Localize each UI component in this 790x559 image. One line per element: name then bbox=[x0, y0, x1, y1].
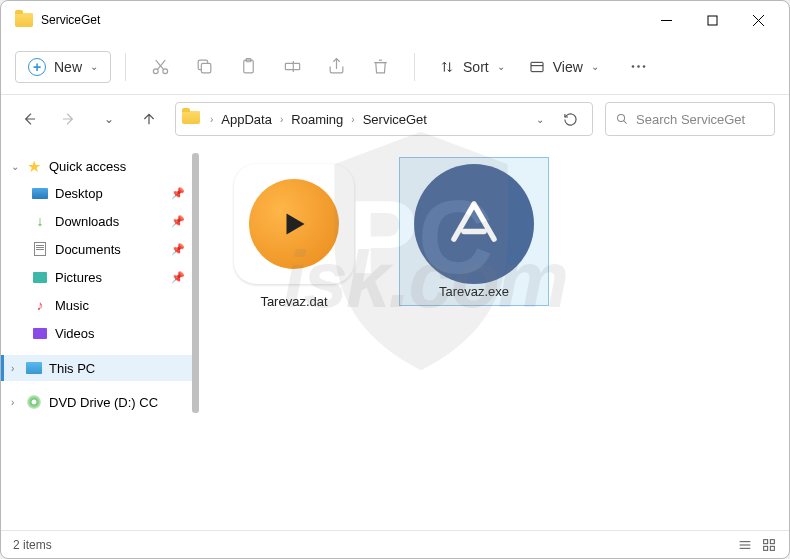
breadcrumb-separator: › bbox=[208, 114, 215, 125]
pin-icon: 📌 bbox=[171, 215, 185, 228]
expand-icon: › bbox=[11, 363, 25, 374]
svg-line-20 bbox=[624, 121, 627, 124]
window-title: ServiceGet bbox=[41, 13, 643, 27]
recent-button[interactable]: ⌄ bbox=[95, 105, 123, 133]
this-pc-label: This PC bbox=[49, 361, 95, 376]
expand-icon: › bbox=[11, 397, 25, 408]
svg-rect-8 bbox=[201, 63, 211, 73]
close-button[interactable] bbox=[735, 4, 781, 36]
explorer-window: ServiceGet + New ⌄ Sort bbox=[0, 0, 790, 559]
toolbar: + New ⌄ Sort ⌄ View ⌄ bbox=[1, 39, 789, 95]
svg-rect-11 bbox=[285, 63, 299, 69]
breadcrumb-appdata[interactable]: AppData bbox=[217, 110, 276, 129]
play-icon bbox=[249, 179, 339, 269]
up-button[interactable] bbox=[135, 105, 163, 133]
sidebar-item-videos[interactable]: Videos bbox=[1, 319, 199, 347]
svg-line-6 bbox=[157, 60, 165, 69]
a-logo-icon bbox=[444, 194, 504, 254]
svg-rect-26 bbox=[764, 546, 768, 550]
quick-access-label: Quick access bbox=[49, 159, 126, 174]
file-item[interactable]: Tarevaz.dat bbox=[219, 157, 369, 316]
more-button[interactable] bbox=[619, 49, 659, 85]
search-box[interactable] bbox=[605, 102, 775, 136]
desktop-icon bbox=[31, 184, 49, 202]
separator bbox=[125, 53, 126, 81]
chevron-down-icon: ⌄ bbox=[591, 61, 599, 72]
svg-line-7 bbox=[155, 60, 163, 69]
minimize-button[interactable] bbox=[643, 4, 689, 36]
documents-icon bbox=[31, 240, 49, 258]
details-view-button[interactable] bbox=[737, 537, 753, 553]
view-label: View bbox=[553, 59, 583, 75]
sort-icon bbox=[439, 59, 455, 75]
rename-button[interactable] bbox=[272, 49, 312, 85]
address-dropdown[interactable]: ⌄ bbox=[528, 114, 552, 125]
pc-icon bbox=[25, 359, 43, 377]
dvd-icon bbox=[25, 393, 43, 411]
videos-icon bbox=[31, 324, 49, 342]
chevron-down-icon: ⌄ bbox=[90, 61, 98, 72]
music-icon: ♪ bbox=[31, 296, 49, 314]
file-name: Tarevaz.exe bbox=[439, 284, 509, 299]
sidebar-dvd-drive[interactable]: › DVD Drive (D:) CC bbox=[1, 389, 199, 415]
breadcrumb-roaming[interactable]: Roaming bbox=[287, 110, 347, 129]
svg-rect-14 bbox=[531, 62, 543, 71]
pin-icon: 📌 bbox=[171, 271, 185, 284]
address-bar[interactable]: › AppData › Roaming › ServiceGet ⌄ bbox=[175, 102, 593, 136]
downloads-icon: ↓ bbox=[31, 212, 49, 230]
sidebar-item-pictures[interactable]: Pictures📌 bbox=[1, 263, 199, 291]
navbar: ⌄ › AppData › Roaming › ServiceGet ⌄ bbox=[1, 95, 789, 143]
svg-rect-27 bbox=[770, 546, 774, 550]
sidebar-item-documents[interactable]: Documents📌 bbox=[1, 235, 199, 263]
sidebar-this-pc[interactable]: › This PC bbox=[1, 355, 199, 381]
new-label: New bbox=[54, 59, 82, 75]
svg-point-18 bbox=[643, 65, 646, 68]
sidebar-quick-access[interactable]: ⌄ ★ Quick access bbox=[1, 153, 199, 179]
sidebar-item-downloads[interactable]: ↓Downloads📌 bbox=[1, 207, 199, 235]
new-button[interactable]: + New ⌄ bbox=[15, 51, 111, 83]
back-button[interactable] bbox=[15, 105, 43, 133]
plus-icon: + bbox=[28, 58, 46, 76]
folder-icon bbox=[15, 13, 33, 27]
star-icon: ★ bbox=[25, 157, 43, 175]
delete-button[interactable] bbox=[360, 49, 400, 85]
svg-point-19 bbox=[618, 114, 625, 121]
view-button[interactable]: View ⌄ bbox=[519, 53, 609, 81]
refresh-button[interactable] bbox=[554, 103, 586, 135]
paste-button[interactable] bbox=[228, 49, 268, 85]
svg-rect-1 bbox=[708, 16, 717, 25]
copy-button[interactable] bbox=[184, 49, 224, 85]
breadcrumb-serviceget[interactable]: ServiceGet bbox=[359, 110, 431, 129]
pin-icon: 📌 bbox=[171, 187, 185, 200]
sidebar-item-music[interactable]: ♪Music bbox=[1, 291, 199, 319]
dvd-label: DVD Drive (D:) CC bbox=[49, 395, 158, 410]
statusbar: 2 items bbox=[1, 530, 789, 558]
forward-button[interactable] bbox=[55, 105, 83, 133]
file-item[interactable]: Tarevaz.exe bbox=[399, 157, 549, 306]
file-name: Tarevaz.dat bbox=[260, 294, 327, 309]
svg-rect-25 bbox=[770, 539, 774, 543]
chevron-down-icon: ⌄ bbox=[497, 61, 505, 72]
svg-point-16 bbox=[632, 65, 635, 68]
app-icon bbox=[414, 164, 534, 284]
share-button[interactable] bbox=[316, 49, 356, 85]
cut-button[interactable] bbox=[140, 49, 180, 85]
folder-icon bbox=[182, 111, 202, 127]
file-pane[interactable]: Tarevaz.dat Tarevaz.exe bbox=[199, 143, 789, 530]
titlebar: ServiceGet bbox=[1, 1, 789, 39]
maximize-button[interactable] bbox=[689, 4, 735, 36]
file-icon bbox=[234, 164, 354, 284]
sidebar: ⌄ ★ Quick access Desktop📌 ↓Downloads📌 Do… bbox=[1, 143, 199, 530]
scrollbar[interactable] bbox=[192, 153, 199, 413]
breadcrumb-separator: › bbox=[349, 114, 356, 125]
svg-point-17 bbox=[638, 65, 641, 68]
sort-label: Sort bbox=[463, 59, 489, 75]
svg-rect-24 bbox=[764, 539, 768, 543]
sort-button[interactable]: Sort ⌄ bbox=[429, 53, 515, 81]
pictures-icon bbox=[31, 268, 49, 286]
icons-view-button[interactable] bbox=[761, 537, 777, 553]
item-count: 2 items bbox=[13, 538, 52, 552]
sidebar-item-desktop[interactable]: Desktop📌 bbox=[1, 179, 199, 207]
search-input[interactable] bbox=[636, 112, 764, 127]
separator bbox=[414, 53, 415, 81]
